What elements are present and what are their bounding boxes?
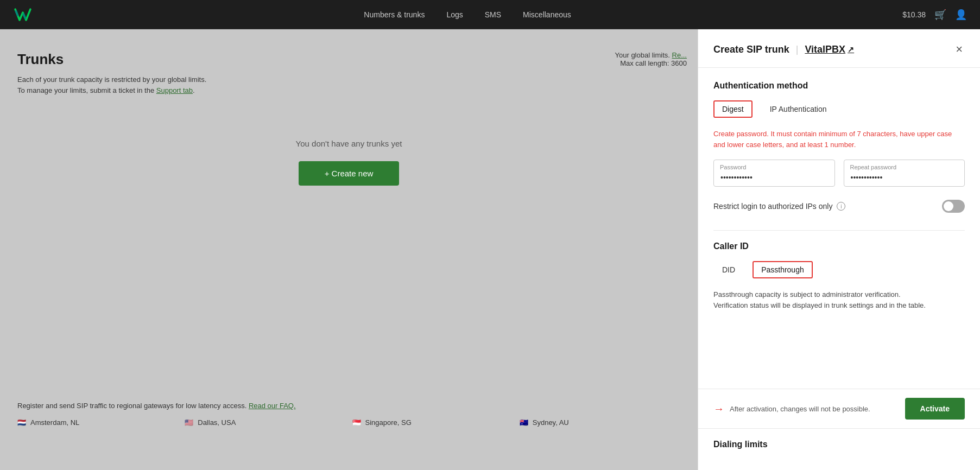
bottom-text: Register and send SIP traffic to regiona…	[17, 402, 687, 410]
caller-id-tabs: DID Passthrough	[713, 261, 965, 278]
page-title: Trunks	[17, 51, 680, 68]
city-sydney: 🇦🇺 Sydney, AU	[520, 418, 687, 427]
repeat-password-field-group: Repeat password	[844, 160, 965, 187]
caller-tab-did[interactable]: DID	[713, 261, 744, 278]
user-icon[interactable]: 👤	[955, 9, 967, 21]
top-navigation: Numbers & trunks Logs SMS Miscellaneous …	[0, 0, 980, 29]
auth-tab-ip[interactable]: IP Authentication	[761, 100, 836, 118]
create-new-button[interactable]: + Create new	[299, 161, 400, 186]
panel-body: Authentication method Digest IP Authenti…	[698, 68, 980, 389]
repeat-password-input[interactable]	[844, 160, 965, 187]
restrict-row: Restrict login to authorized IPs only i	[713, 198, 965, 215]
activation-left: → After activation, changes will not be …	[713, 403, 870, 415]
panel-title-text: Create SIP trunk	[713, 44, 789, 55]
restrict-label: Restrict login to authorized IPs only i	[713, 202, 845, 211]
toggle-knob	[944, 201, 953, 211]
auth-section-title: Authentication method	[713, 81, 965, 91]
panel-title: Create SIP trunk | VitalPBX ↗	[713, 44, 854, 55]
city-amsterdam: 🇳🇱 Amsterdam, NL	[17, 418, 185, 427]
password-input[interactable]	[713, 160, 835, 187]
global-limits: Your global limits. Re... Max call lengt…	[615, 51, 687, 67]
cities-row: 🇳🇱 Amsterdam, NL 🇺🇸 Dallas, USA 🇸🇬 Singa…	[17, 418, 687, 427]
nav-logs[interactable]: Logs	[446, 10, 463, 19]
nav-right: $10.38 🛒 👤	[902, 9, 967, 21]
nav-sms[interactable]: SMS	[485, 10, 501, 19]
password-fields: Password Repeat password	[713, 160, 965, 187]
empty-state: You don't have any trunks yet + Create n…	[17, 139, 680, 186]
dialing-limits-title: Dialing limits	[713, 440, 965, 449]
logo[interactable]	[13, 7, 33, 22]
password-highlight: 1 number	[825, 141, 854, 149]
right-panel: Create SIP trunk | VitalPBX ↗ × Authenti…	[698, 29, 980, 470]
city-name-dallas: Dallas, USA	[198, 418, 236, 427]
city-name-sydney: Sydney, AU	[533, 418, 569, 427]
faq-link[interactable]: Read our FAQ.	[249, 402, 296, 410]
dialing-limits-section: Dialing limits	[698, 428, 980, 470]
nav-links: Numbers & trunks Logs SMS Miscellaneous	[364, 10, 571, 19]
password-description: Create password. It must contain minimum…	[713, 129, 965, 150]
nav-miscellaneous[interactable]: Miscellaneous	[523, 10, 571, 19]
auth-tabs: Digest IP Authentication	[713, 100, 965, 118]
global-limits-link[interactable]: Re...	[672, 51, 687, 59]
close-button[interactable]: ×	[953, 40, 965, 59]
panel-header: Create SIP trunk | VitalPBX ↗ ×	[698, 29, 980, 68]
flag-sg: 🇸🇬	[352, 418, 361, 427]
passthrough-desc: Passthrough capacity is subject to admin…	[713, 289, 965, 310]
password-field-group: Password	[713, 160, 835, 187]
section-divider	[713, 230, 965, 231]
flag-us: 🇺🇸	[185, 418, 193, 427]
left-panel: Trunks Each of your trunk capacity is re…	[0, 29, 698, 470]
activation-text: After activation, changes will not be po…	[730, 405, 870, 413]
activation-row: → After activation, changes will not be …	[698, 389, 980, 428]
nav-numbers-trunks[interactable]: Numbers & trunks	[364, 10, 425, 19]
caller-id-title: Caller ID	[713, 242, 965, 251]
restrict-toggle[interactable]	[942, 200, 965, 213]
city-name-singapore: Singapore, SG	[365, 418, 412, 427]
support-tab-link[interactable]: Support tab	[156, 86, 193, 94]
empty-text: You don't have any trunks yet	[296, 139, 402, 148]
flag-au: 🇦🇺	[520, 418, 528, 427]
city-name-amsterdam: Amsterdam, NL	[30, 418, 79, 427]
city-singapore: 🇸🇬 Singapore, SG	[352, 418, 520, 427]
cart-icon[interactable]: 🛒	[934, 9, 946, 21]
city-dallas: 🇺🇸 Dallas, USA	[185, 418, 352, 427]
auth-tab-digest[interactable]: Digest	[713, 100, 753, 118]
balance: $10.38	[902, 10, 926, 19]
arrow-icon: →	[713, 403, 724, 415]
bottom-info: Register and send SIP traffic to regiona…	[17, 402, 687, 427]
vitalpbx-link[interactable]: VitalPBX ↗	[805, 44, 854, 55]
external-link-icon: ↗	[848, 45, 854, 54]
restrict-info-icon[interactable]: i	[837, 202, 845, 211]
flag-nl: 🇳🇱	[17, 418, 26, 427]
page-desc: Each of your trunk capacity is restricte…	[17, 74, 680, 96]
title-separator: |	[796, 44, 799, 55]
activate-button[interactable]: Activate	[905, 398, 965, 420]
main-layout: Trunks Each of your trunk capacity is re…	[0, 29, 980, 470]
caller-tab-passthrough[interactable]: Passthrough	[753, 261, 813, 278]
